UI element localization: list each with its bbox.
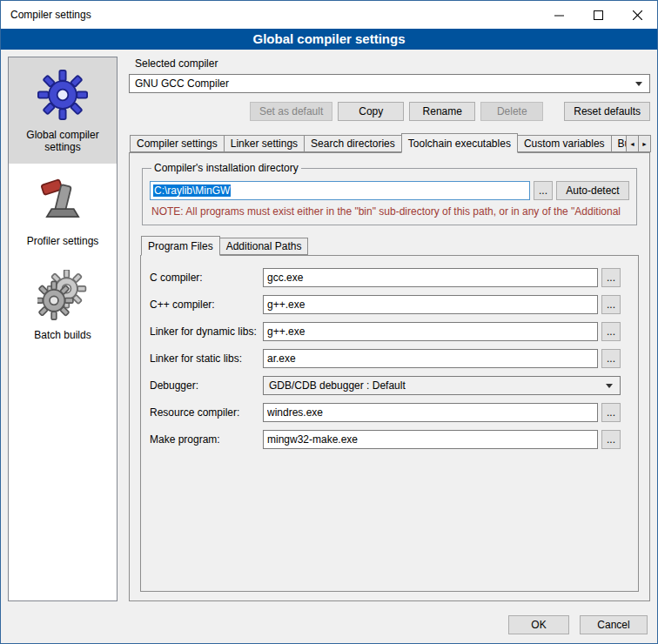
install-dir-note: NOTE: All programs must exist either in …: [151, 205, 628, 218]
sidebar-item-label: Batch builds: [34, 329, 91, 341]
form-row: C compiler: ...: [150, 268, 621, 287]
sidebar: Global compiler settings Profiler settin…: [8, 57, 118, 601]
chevron-down-icon: [606, 384, 613, 388]
field-label: Linker for static libs:: [150, 352, 263, 365]
compiler-settings-window: Compiler settings Global compiler settin…: [0, 0, 658, 644]
browse-button[interactable]: ...: [601, 349, 621, 368]
reset-defaults-button[interactable]: Reset defaults: [564, 102, 650, 121]
browse-button[interactable]: ...: [601, 430, 621, 449]
set-as-default-button[interactable]: Set as default: [250, 102, 332, 121]
debugger-select[interactable]: GDB/CDB debugger : Default: [263, 376, 621, 395]
resource-compiler-input[interactable]: [263, 403, 598, 422]
field-label: C++ compiler:: [150, 299, 263, 311]
chevron-down-icon: [635, 82, 642, 86]
tab-toolchain-executables[interactable]: Toolchain executables: [401, 133, 518, 153]
field-label: Resource compiler:: [150, 406, 263, 419]
window-controls: [540, 1, 657, 29]
cpp-compiler-input[interactable]: [263, 295, 598, 314]
subtab-program-files[interactable]: Program Files: [141, 236, 220, 256]
settings-tabs: Compiler settings Linker settings Search…: [129, 133, 650, 152]
program-files-panel: C compiler: ... C++ compiler: ... Linker…: [140, 255, 639, 592]
field-label: Make program:: [150, 433, 263, 446]
tab-scroll-left-button[interactable]: ◄: [626, 135, 639, 152]
ok-button[interactable]: OK: [508, 615, 569, 634]
field-label: Linker for dynamic libs:: [150, 325, 263, 338]
close-button[interactable]: [618, 1, 657, 29]
form-row: Linker for static libs: ...: [150, 349, 621, 368]
global-compiler-gear-icon: [37, 70, 88, 120]
make-program-input[interactable]: [263, 430, 598, 449]
batch-builds-icon: [37, 270, 88, 320]
tab-linker-settings[interactable]: Linker settings: [224, 135, 305, 152]
minimize-icon: [554, 10, 564, 20]
titlebar: Compiler settings: [1, 1, 657, 29]
window-title: Compiler settings: [1, 9, 91, 21]
field-label: C compiler:: [150, 272, 263, 284]
tab-build-truncated[interactable]: Buil: [611, 135, 627, 152]
form-row: C++ compiler: ...: [150, 295, 621, 314]
form-row: Debugger: GDB/CDB debugger : Default: [150, 376, 621, 395]
profiler-icon: [37, 176, 88, 226]
install-dir-browse-button[interactable]: ...: [534, 181, 553, 200]
compiler-select[interactable]: GNU GCC Compiler: [129, 74, 650, 93]
arrow-right-icon: ►: [641, 141, 648, 147]
minimize-button[interactable]: [540, 1, 579, 29]
c-compiler-input[interactable]: [263, 268, 598, 287]
maximize-button[interactable]: [579, 1, 618, 29]
field-label: Debugger:: [150, 379, 263, 392]
install-dir-selected-text: C:\raylib\MinGW: [153, 184, 231, 197]
copy-button[interactable]: Copy: [338, 102, 404, 121]
content-area: Selected compiler GNU GCC Compiler Set a…: [129, 57, 650, 601]
sidebar-item-profiler-settings[interactable]: Profiler settings: [9, 164, 117, 258]
browse-button[interactable]: ...: [601, 268, 621, 287]
form-row: Linker for dynamic libs: ...: [150, 322, 621, 341]
install-dir-group-title: Compiler's installation directory: [151, 162, 301, 174]
cancel-button[interactable]: Cancel: [580, 615, 648, 634]
install-dir-input[interactable]: C:\raylib\MinGW: [150, 181, 530, 200]
program-subtabs: Program Files Additional Paths: [140, 236, 639, 255]
maximize-icon: [594, 10, 603, 20]
browse-button[interactable]: ...: [601, 295, 621, 314]
tab-scroll-right-button[interactable]: ►: [638, 135, 651, 152]
delete-button[interactable]: Delete: [480, 102, 543, 121]
toolchain-panel: Compiler's installation directory C:\ray…: [129, 152, 650, 601]
selected-compiler-label: Selected compiler: [135, 57, 650, 70]
static-linker-input[interactable]: [263, 349, 598, 368]
debugger-select-value: GDB/CDB debugger : Default: [269, 379, 406, 392]
sidebar-item-label: Profiler settings: [27, 235, 99, 247]
sidebar-item-batch-builds[interactable]: Batch builds: [9, 258, 117, 352]
compiler-select-value: GNU GCC Compiler: [135, 77, 229, 90]
auto-detect-button[interactable]: Auto-detect: [556, 181, 629, 200]
tab-custom-variables[interactable]: Custom variables: [517, 135, 612, 152]
arrow-left-icon: ◄: [629, 141, 635, 147]
dialog-header: Global compiler settings: [1, 29, 657, 50]
sidebar-item-label: Global compiler settings: [11, 129, 114, 153]
subtab-additional-paths[interactable]: Additional Paths: [219, 238, 309, 255]
form-row: Resource compiler: ...: [150, 403, 621, 422]
install-dir-group: Compiler's installation directory C:\ray…: [142, 162, 637, 225]
close-icon: [633, 10, 642, 20]
sidebar-item-global-compiler-settings[interactable]: Global compiler settings: [9, 57, 117, 164]
dynamic-linker-input[interactable]: [263, 322, 598, 341]
browse-button[interactable]: ...: [601, 322, 621, 341]
tab-compiler-settings[interactable]: Compiler settings: [130, 135, 225, 152]
main-area: Global compiler settings Profiler settin…: [1, 50, 657, 601]
rename-button[interactable]: Rename: [409, 102, 475, 121]
tab-search-directories[interactable]: Search directories: [304, 135, 402, 152]
form-row: Make program: ...: [150, 430, 621, 449]
dialog-footer: OK Cancel: [1, 601, 657, 643]
install-dir-row: C:\raylib\MinGW ... Auto-detect: [150, 181, 629, 200]
compiler-buttons-row: Set as default Copy Rename Delete Reset …: [129, 102, 650, 121]
browse-button[interactable]: ...: [601, 403, 621, 422]
